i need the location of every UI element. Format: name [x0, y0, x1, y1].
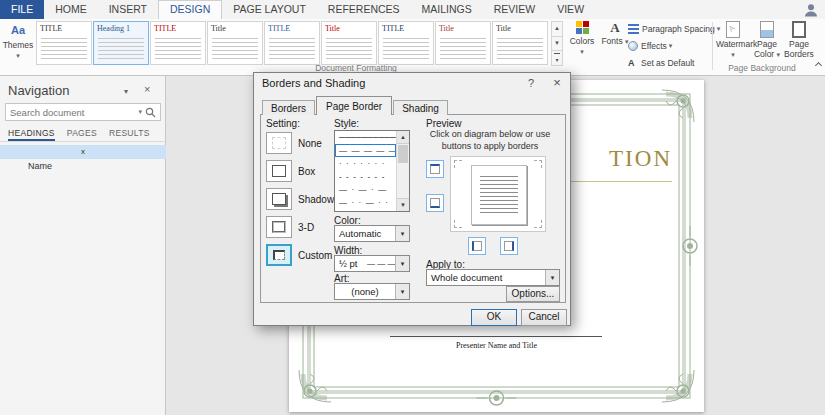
- ribbon-tab[interactable]: REVIEW: [483, 0, 546, 19]
- left-border-button[interactable]: [468, 237, 486, 255]
- cancel-button[interactable]: Cancel: [521, 309, 567, 326]
- color-swatch: [576, 28, 582, 34]
- scrollbar-thumb[interactable]: [398, 145, 408, 163]
- border-style-option[interactable]: — — — — —: [335, 144, 396, 157]
- border-setting-option[interactable]: None: [266, 131, 330, 155]
- ribbon-tab[interactable]: FILE: [0, 0, 44, 19]
- navigation-tab[interactable]: HEADINGS: [8, 125, 55, 141]
- style-set-item[interactable]: TITLE: [36, 21, 92, 65]
- preview-hint-text: Click on diagram below or use buttons to…: [420, 129, 560, 152]
- dialog-tabs: BordersPage BorderShading: [262, 96, 449, 115]
- search-input[interactable]: [6, 107, 138, 118]
- ribbon-tab[interactable]: HOME: [44, 0, 98, 19]
- ribbon-tab[interactable]: DESIGN: [158, 0, 222, 19]
- border-setting-option[interactable]: Shadow: [266, 187, 330, 211]
- chevron-down-icon[interactable]: ▾: [395, 256, 409, 271]
- ribbon-tab[interactable]: MAILINGS: [411, 0, 483, 19]
- account-button[interactable]: [803, 0, 819, 19]
- style-set-preview-lines: [41, 38, 87, 60]
- effects-button[interactable]: Effects ▾: [628, 38, 714, 54]
- border-setting-option[interactable]: Box: [266, 159, 330, 183]
- border-style-option[interactable]: · · · · · · ·: [335, 157, 396, 170]
- border-style-option[interactable]: - - - - - - -: [335, 170, 396, 183]
- bottom-border-button[interactable]: [426, 194, 444, 212]
- ribbon-tab[interactable]: REFERENCES: [317, 0, 411, 19]
- style-set-preview-lines: [440, 38, 486, 60]
- border-style-option[interactable]: — · — · —: [335, 183, 396, 196]
- ribbon-tab[interactable]: INSERT: [98, 0, 158, 19]
- dialog-tab[interactable]: Borders: [262, 100, 315, 115]
- ribbon: Themes ▾ TITLE Heading 1 TITLE Title TIT…: [0, 19, 825, 76]
- scrollbar-up-button[interactable]: ▲: [397, 131, 409, 144]
- border-art-select[interactable]: (none) ▾: [334, 283, 410, 300]
- close-icon: ×: [144, 83, 150, 95]
- collapse-ribbon-button[interactable]: [812, 61, 824, 71]
- options-button[interactable]: Options...: [506, 286, 560, 302]
- navigation-close-button[interactable]: ×: [144, 83, 150, 95]
- style-set-item[interactable]: Title: [435, 21, 491, 65]
- apply-to-select[interactable]: Whole document ▾: [426, 269, 560, 286]
- paragraph-spacing-label: Paragraph Spacing: [642, 24, 715, 34]
- page-borders-label: Page Borders: [784, 39, 814, 59]
- border-setting-option[interactable]: Custom: [266, 243, 330, 267]
- navigation-heading-item[interactable]: x: [0, 145, 166, 159]
- border-color-select[interactable]: Automatic ▾: [334, 225, 410, 242]
- themes-label: Themes: [3, 40, 34, 50]
- navigation-tab[interactable]: RESULTS: [109, 125, 150, 141]
- preview-corner-guide: [534, 220, 542, 228]
- ribbon-tab[interactable]: PAGE LAYOUT: [222, 0, 317, 19]
- navigation-heading-item[interactable]: Name: [0, 159, 166, 173]
- border-color-value: Automatic: [339, 226, 381, 241]
- style-set-item[interactable]: Title: [321, 21, 377, 65]
- dialog-help-button[interactable]: ?: [519, 74, 543, 92]
- navigation-tab[interactable]: PAGES: [67, 125, 97, 141]
- colors-label: Colors: [570, 36, 595, 46]
- style-set-item[interactable]: Heading 1: [93, 21, 149, 65]
- dialog-close-button[interactable]: ×: [545, 74, 569, 92]
- border-preview-diagram[interactable]: [450, 156, 546, 232]
- preview-corner-guide: [454, 160, 462, 168]
- borders-and-shading-dialog: Borders and Shading ? × BordersPage Bord…: [253, 72, 571, 326]
- style-set-item[interactable]: TITLE: [264, 21, 320, 65]
- style-list-scrollbar[interactable]: ▲ ▼: [396, 131, 409, 211]
- colors-icon: [575, 21, 589, 35]
- chevron-down-icon[interactable]: ▾: [545, 270, 559, 285]
- help-icon: ?: [528, 77, 534, 89]
- search-icon[interactable]: [145, 107, 156, 118]
- dialog-tab[interactable]: Shading: [393, 100, 448, 115]
- gallery-scroll-up-button[interactable]: ▲: [551, 21, 563, 37]
- chevron-down-icon: ▾: [124, 87, 128, 96]
- top-border-button[interactable]: [426, 160, 444, 178]
- navigation-options-button[interactable]: ▾: [124, 87, 128, 96]
- ok-button[interactable]: OK: [471, 309, 517, 326]
- paragraph-spacing-button[interactable]: Paragraph Spacing ▾: [628, 21, 714, 37]
- style-set-item[interactable]: Title: [492, 21, 548, 65]
- preview-corner-guide: [454, 220, 462, 228]
- ribbon-tab[interactable]: VIEW: [546, 0, 595, 19]
- border-style-option[interactable]: — · · — · ·: [335, 196, 396, 209]
- scroll-up-icon: ▲: [400, 134, 406, 140]
- border-setting-icon-page: [272, 165, 286, 177]
- setting-label: Setting:: [266, 118, 300, 129]
- group-label-page-background: Page Background: [712, 63, 812, 73]
- apply-to-value: Whole document: [431, 270, 502, 285]
- border-setting-icon-page: [272, 221, 286, 233]
- style-set-item[interactable]: TITLE: [150, 21, 206, 65]
- preview-text-lines: [480, 176, 518, 214]
- search-options-chevron-icon[interactable]: ▾: [138, 108, 142, 116]
- scrollbar-down-button[interactable]: ▼: [397, 198, 409, 211]
- style-set-item[interactable]: Title: [207, 21, 263, 65]
- dialog-tab[interactable]: Page Border: [316, 96, 392, 115]
- style-set-title: Title: [436, 22, 490, 35]
- chevron-down-icon[interactable]: ▾: [395, 284, 409, 299]
- border-width-select[interactable]: ½ pt — — — — ▾: [334, 255, 410, 272]
- close-icon: ×: [553, 75, 561, 90]
- border-setting-option[interactable]: 3-D: [266, 215, 330, 239]
- right-border-button[interactable]: [500, 237, 518, 255]
- chevron-down-icon[interactable]: ▾: [395, 226, 409, 241]
- style-set-item[interactable]: TITLE: [378, 21, 434, 65]
- gallery-scroll-down-button[interactable]: ▼: [551, 36, 563, 52]
- border-style-option[interactable]: ──────────────: [335, 131, 396, 144]
- style-set-preview-lines: [326, 38, 372, 60]
- border-style-listbox: ──────────────— — — — —· · · · · · ·- - …: [334, 130, 410, 212]
